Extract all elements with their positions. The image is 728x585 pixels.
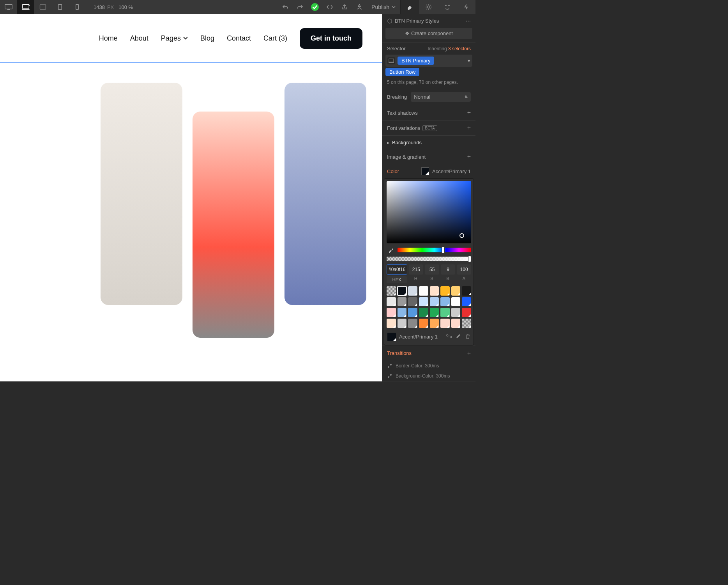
tablet-landscape-icon[interactable] [34,0,51,14]
selector-state-icon[interactable] [387,57,395,64]
viewport-width[interactable]: 1438 [94,4,105,10]
hue-input[interactable]: 215 [409,264,423,275]
color-swatch[interactable] [440,297,450,307]
color-swatch[interactable] [440,286,450,296]
color-swatch[interactable] [387,308,396,317]
transition-item[interactable]: Background-Color: 300ms [382,371,475,381]
alpha-handle[interactable] [468,256,471,262]
hue-slider[interactable] [398,248,471,252]
zoom-level[interactable]: 100 % [118,4,133,10]
chevron-down-icon[interactable]: ▾ [468,58,470,64]
backgrounds-header[interactable]: ▸ Backgrounds [382,136,475,149]
transition-item[interactable]: Border-Color: 300ms [382,361,475,371]
selector-class-tag[interactable]: BTN Primary [398,57,434,65]
hex-label[interactable]: HEX [387,276,407,283]
inheriting-info[interactable]: Inheriting 3 selectors [428,46,471,51]
alpha-slider[interactable] [387,257,471,261]
nav-blog[interactable]: Blog [200,34,214,43]
selector-field[interactable]: BTN Primary ▾ [385,55,472,67]
color-swatch[interactable] [462,319,471,328]
color-swatch[interactable] [430,297,439,307]
nav-pages[interactable]: Pages [161,34,188,43]
nav-cta-button[interactable]: Get in touch [300,28,362,49]
tablet-portrait-icon[interactable] [51,0,69,14]
more-icon[interactable]: ⋯ [466,18,471,24]
color-swatch[interactable] [408,286,417,296]
hue-handle[interactable] [442,247,445,253]
color-swatch[interactable] [419,308,428,317]
eyedropper-icon[interactable] [387,246,395,254]
color-swatch[interactable] [451,286,461,296]
color-swatch[interactable] [462,297,471,307]
color-swatch[interactable] [408,308,417,317]
selector-parent-tag[interactable]: Button Row [385,68,419,76]
edit-icon[interactable] [456,333,461,340]
effects-tab-icon[interactable] [457,0,475,14]
breaking-select[interactable]: Normal ⇅ [411,92,471,102]
color-swatch[interactable] [419,319,428,328]
hero-image-2[interactable] [193,112,274,338]
desktop-icon[interactable]: ✦ [17,0,34,14]
plus-icon[interactable]: + [467,350,471,357]
color-swatch[interactable] [398,319,407,328]
hex-input[interactable]: #0a0f16 [387,264,407,275]
color-swatch[interactable] [419,286,428,296]
redo-button[interactable] [293,0,307,14]
color-name[interactable]: Accent/Primary 1 [432,168,471,174]
style-tab-icon[interactable] [401,0,419,14]
transitions-header[interactable]: Transitions + [382,346,475,361]
nav-cart[interactable]: Cart (3) [263,34,287,43]
code-icon[interactable] [322,0,337,14]
color-swatch[interactable] [440,319,450,328]
sb-cursor[interactable] [459,233,464,238]
export-icon[interactable] [337,0,352,14]
color-swatch[interactable] [430,286,439,296]
font-variations-row[interactable]: Font variations BETA + [382,121,475,135]
hero-image-1[interactable] [101,83,182,305]
color-swatch[interactable] [387,319,396,328]
color-swatch[interactable] [408,319,417,328]
saturation-brightness-area[interactable] [387,181,471,243]
color-swatch[interactable] [398,308,407,317]
trash-icon[interactable] [465,333,470,340]
color-swatch[interactable] [440,308,450,317]
unlink-icon[interactable] [446,333,452,340]
color-swatch[interactable] [387,286,396,296]
nav-home[interactable]: Home [99,34,118,43]
color-swatch[interactable] [398,286,407,296]
audit-icon[interactable] [352,0,367,14]
color-swatch[interactable] [398,297,407,307]
current-swatch-preview[interactable] [387,333,396,341]
interactions-tab-icon[interactable] [438,0,457,14]
color-swatch[interactable] [462,308,471,317]
color-swatch[interactable] [387,297,396,307]
color-swatch[interactable] [430,319,439,328]
brightness-input[interactable]: 9 [441,264,455,275]
image-gradient-row[interactable]: Image & gradient + [382,149,475,164]
color-swatch[interactable] [462,286,471,296]
settings-tab-icon[interactable] [419,0,438,14]
color-swatch[interactable] [430,308,439,317]
text-shadows-row[interactable]: Text shadows + [382,105,475,120]
design-canvas[interactable]: Home About Pages Blog Contact Cart (3) G… [0,14,382,381]
publish-button[interactable]: Publish [367,4,400,10]
hero-image-3[interactable] [284,83,366,305]
color-swatch[interactable] [421,167,429,175]
color-swatch[interactable] [408,297,417,307]
plus-icon[interactable]: + [467,124,471,131]
element-breadcrumb[interactable]: BTN Primary Styles [395,18,439,24]
nav-about[interactable]: About [130,34,148,43]
desktop-large-icon[interactable] [0,0,17,14]
status-check-icon[interactable] [307,0,322,14]
nav-contact[interactable]: Contact [227,34,251,43]
undo-button[interactable] [278,0,293,14]
plus-icon[interactable]: + [467,109,471,116]
mobile-icon[interactable] [69,0,86,14]
color-swatch[interactable] [419,297,428,307]
saturation-input[interactable]: 55 [425,264,439,275]
plus-icon[interactable]: + [467,153,471,160]
color-swatch[interactable] [451,319,461,328]
current-swatch-name[interactable]: Accent/Primary 1 [399,334,438,340]
alpha-input[interactable]: 100 [457,264,471,275]
create-component-button[interactable]: ❖Create component [385,28,472,39]
